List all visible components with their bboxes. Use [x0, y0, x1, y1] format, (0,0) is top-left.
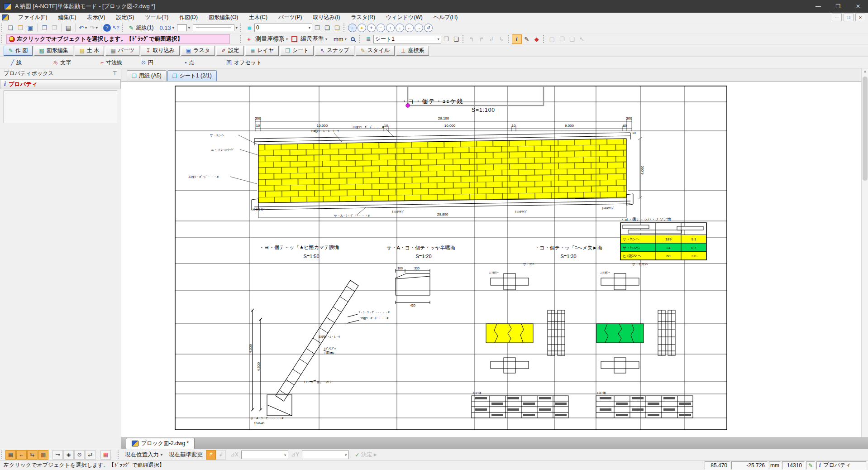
- vertical-scrollbar[interactable]: ▲ ▼: [861, 68, 868, 449]
- snap-center-button[interactable]: ⊙: [74, 450, 85, 460]
- tool-point[interactable]: ▪点: [185, 58, 194, 67]
- mdi-minimize-icon[interactable]: —: [832, 14, 842, 21]
- menu-edit[interactable]: 編集(E): [53, 13, 81, 22]
- print-icon[interactable]: ▤: [63, 23, 73, 33]
- new-file-icon[interactable]: ❏: [5, 23, 15, 33]
- color-picker-dropdown[interactable]: ▾: [176, 23, 191, 33]
- menu-draw[interactable]: 作図(D): [174, 13, 203, 22]
- property-info-button[interactable]: i: [512, 34, 522, 44]
- tool-circle[interactable]: ⊙円: [141, 58, 153, 67]
- zoom-in-icon[interactable]: +: [367, 24, 376, 32]
- tab-raster[interactable]: ▣ラスタ: [181, 46, 215, 56]
- tab-coord-system[interactable]: ⊥座標系: [396, 46, 429, 56]
- snap-vertex-button[interactable]: ◈: [63, 450, 74, 460]
- grip-marker[interactable]: [406, 104, 410, 107]
- magnifier-icon[interactable]: [348, 34, 358, 44]
- delta-y-input[interactable]: ∨: [302, 451, 349, 459]
- rotate-left-icon[interactable]: ↰: [467, 34, 477, 44]
- scale-base-dropdown[interactable]: 縮尺基準▾: [299, 34, 329, 44]
- tool-text[interactable]: あ文字: [53, 58, 71, 67]
- menu-parts[interactable]: パーツ(P): [273, 13, 307, 22]
- zoom-window-icon[interactable]: ▫: [348, 24, 357, 32]
- clip-paste-icon[interactable]: ❏: [567, 34, 577, 44]
- sheet-outline-icon[interactable]: ❐: [312, 23, 322, 33]
- menu-shape-edit[interactable]: 図形編集(O): [204, 13, 243, 22]
- tab-sheet[interactable]: ❐シート: [280, 46, 314, 56]
- tool-dimension[interactable]: ⌐寸法線: [100, 58, 122, 67]
- confirm-button[interactable]: ✓ 決定 ▶: [352, 450, 380, 460]
- tab-layer[interactable]: ≣レイヤ: [245, 46, 279, 56]
- minimize-icon[interactable]: —: [808, 0, 828, 13]
- save-icon[interactable]: ▣: [25, 23, 35, 33]
- pan-up-icon[interactable]: ↑: [386, 24, 395, 32]
- drawing-canvas[interactable]: ・ヨ・個テ・ｭｪケ鏡 S=1:100 300 29.100 300 10 10.…: [121, 82, 861, 437]
- relative-coord-button[interactable]: ↱: [206, 450, 216, 460]
- menu-help[interactable]: ヘルプ(H): [429, 13, 463, 22]
- delta-x-input[interactable]: ∨: [241, 451, 288, 459]
- pan-down-icon[interactable]: ↓: [396, 24, 404, 32]
- scroll-up-icon[interactable]: ▲: [862, 69, 868, 73]
- snap-grid-button[interactable]: ▦: [5, 450, 16, 460]
- sheet-copy-icon[interactable]: ❐: [441, 34, 451, 44]
- tool-line[interactable]: ╱線: [11, 58, 22, 67]
- clip-rect-icon[interactable]: ▢: [547, 34, 557, 44]
- offset-arrow-icon[interactable]: ↳: [496, 34, 506, 44]
- layer-dropdown[interactable]: 0▾: [254, 24, 312, 32]
- tab-civil[interactable]: ▨土 木: [75, 46, 105, 56]
- pen-width-dropdown[interactable]: 0.13▾: [158, 23, 176, 33]
- restore-icon[interactable]: ❐: [828, 0, 848, 13]
- tab-sheet1[interactable]: ❐シート1 (2/1): [167, 70, 217, 81]
- snap-intersection-button[interactable]: ⇆: [27, 450, 38, 460]
- open-file-icon[interactable]: ❒: [15, 23, 25, 33]
- survey-coord-dropdown[interactable]: 測量座標系▾: [254, 34, 289, 44]
- clip-copy-icon[interactable]: ❐: [557, 34, 567, 44]
- tool-offset[interactable]: 回オフセット: [226, 58, 262, 67]
- menu-civil[interactable]: 土木(C): [244, 13, 272, 22]
- current-position-input-button[interactable]: 現在位置入力▾: [122, 450, 166, 460]
- snap-midpoint-button[interactable]: ⊸: [52, 450, 63, 460]
- line-style-dropdown[interactable]: ▾: [191, 23, 239, 33]
- pen-style-icon[interactable]: ✎: [126, 23, 136, 33]
- tab-draw[interactable]: ✎作 図: [4, 46, 33, 56]
- property-status-button[interactable]: i プロパティ: [816, 461, 866, 470]
- rotate-right-icon[interactable]: ↱: [477, 34, 486, 44]
- close-icon[interactable]: ✕: [848, 0, 868, 13]
- tab-settings[interactable]: ✐設定: [216, 46, 244, 56]
- toolbar-grip[interactable]: [1, 24, 4, 32]
- menu-tools[interactable]: ツール(T): [140, 13, 173, 22]
- zoom-dynamic-icon[interactable]: ●: [358, 24, 366, 32]
- menu-settings[interactable]: 設定(S): [111, 13, 139, 22]
- redo-icon[interactable]: ↷▾: [88, 23, 99, 33]
- zoom-out-icon[interactable]: −: [377, 24, 385, 32]
- current-base-change-button[interactable]: 現在基準変更: [166, 450, 206, 460]
- sheet-dark-icon[interactable]: ❏: [451, 34, 461, 44]
- scrollbar-thumb[interactable]: [863, 77, 868, 181]
- menu-raster[interactable]: ラスタ(R): [346, 13, 380, 22]
- tab-paper[interactable]: ❐用紙 (A5): [127, 70, 167, 81]
- pan-left-icon[interactable]: ←: [405, 24, 414, 32]
- file-tab-active[interactable]: ブロック図-2.dwg *: [126, 438, 195, 449]
- sheet-select-dropdown[interactable]: シート1▾: [373, 35, 441, 43]
- eyedropper-icon[interactable]: ✎: [522, 34, 532, 44]
- paste-icon[interactable]: ❐: [49, 23, 59, 33]
- sheet-edit-icon[interactable]: ❏: [332, 23, 342, 33]
- mdi-close-icon[interactable]: ✕: [855, 14, 865, 21]
- tab-import[interactable]: ↧取り込み: [141, 46, 180, 56]
- menu-file[interactable]: ファイル(F): [13, 13, 52, 22]
- paint-bucket-icon[interactable]: ◆: [532, 34, 542, 44]
- sheet-filled-icon[interactable]: ❏: [322, 23, 332, 33]
- menu-window[interactable]: ウィンドウ(W): [381, 13, 428, 22]
- grid-display-button[interactable]: ▦: [100, 450, 111, 460]
- snap-parallel-button[interactable]: ⇄: [85, 450, 95, 460]
- clip-select-icon[interactable]: ↖: [577, 34, 587, 44]
- unit-dropdown[interactable]: mm▾: [332, 34, 348, 44]
- tab-style[interactable]: ✎スタイル: [356, 46, 395, 56]
- context-help-icon[interactable]: ↖?: [111, 23, 121, 33]
- snap-object-button[interactable]: ▥: [38, 450, 48, 460]
- pin-icon[interactable]: ⊤: [113, 70, 117, 77]
- menu-import[interactable]: 取り込み(I): [308, 13, 345, 22]
- copy-icon[interactable]: ❐: [39, 23, 49, 33]
- property-item[interactable]: i プロパティ: [0, 79, 121, 89]
- pan-right-icon[interactable]: →: [415, 24, 423, 32]
- zoom-previous-icon[interactable]: ↺: [424, 24, 433, 32]
